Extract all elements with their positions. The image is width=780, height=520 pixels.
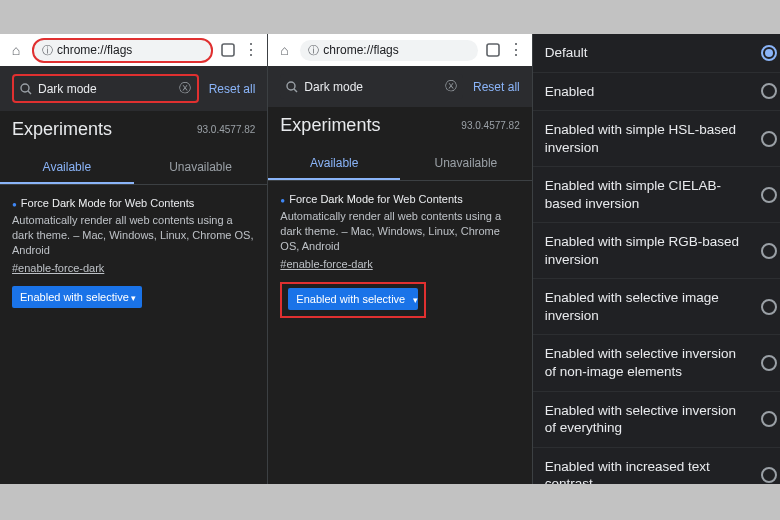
- search-input[interactable]: [38, 82, 173, 96]
- svg-line-2: [28, 91, 31, 94]
- search-icon: [286, 81, 298, 93]
- flag-tag[interactable]: #enable-force-dark: [12, 262, 255, 274]
- option-label: Default: [545, 44, 751, 62]
- option-item[interactable]: Enabled with simple HSL-based inversion: [533, 111, 780, 167]
- experiments-title: Experiments: [12, 119, 112, 140]
- flag-title: ●Force Dark Mode for Web Contents: [12, 197, 255, 209]
- option-label: Enabled with selective inversion of non-…: [545, 345, 751, 380]
- option-label: Enabled: [545, 83, 751, 101]
- tabs: Available Unavailable: [268, 148, 531, 181]
- panel-right: DefaultEnabledEnabled with simple HSL-ba…: [533, 34, 780, 484]
- flag-entry: ●Force Dark Mode for Web Contents Automa…: [268, 181, 531, 330]
- search-box[interactable]: ⓧ: [280, 74, 463, 99]
- address-bar: ⌂ ⓘ ⋮: [268, 34, 531, 66]
- option-item[interactable]: Enabled with simple RGB-based inversion: [533, 223, 780, 279]
- option-item[interactable]: Enabled with selective inversion of non-…: [533, 335, 780, 391]
- option-item[interactable]: Enabled with selective inversion of ever…: [533, 392, 780, 448]
- tabs-icon[interactable]: [486, 43, 500, 57]
- search-row: ⓧ Reset all: [0, 66, 267, 111]
- option-item[interactable]: Enabled with selective image inversion: [533, 279, 780, 335]
- tab-available[interactable]: Available: [0, 152, 134, 184]
- option-label: Enabled with selective inversion of ever…: [545, 402, 751, 437]
- svg-point-4: [287, 82, 295, 90]
- url-input[interactable]: [57, 43, 203, 57]
- experiments-heading: Experiments 93.0.4577.82: [268, 107, 531, 140]
- info-icon: ⓘ: [42, 43, 53, 58]
- flag-desc: Automatically render all web contents us…: [12, 213, 255, 258]
- option-item[interactable]: Default: [533, 34, 780, 73]
- tabs: Available Unavailable: [0, 152, 267, 185]
- svg-point-1: [21, 84, 29, 92]
- option-label: Enabled with increased text contrast: [545, 458, 751, 484]
- address-bar: ⌂ ⓘ 1 ⋮: [0, 34, 267, 66]
- chrome-version: 93.0.4577.82: [461, 120, 519, 131]
- radio-icon[interactable]: [761, 299, 777, 315]
- flag-desc: Automatically render all web contents us…: [280, 209, 519, 254]
- search-input[interactable]: [304, 80, 439, 94]
- home-icon[interactable]: ⌂: [8, 42, 24, 58]
- svg-rect-3: [487, 44, 499, 56]
- url-box[interactable]: ⓘ: [300, 40, 477, 61]
- tab-available[interactable]: Available: [268, 148, 400, 180]
- url-box[interactable]: ⓘ: [32, 38, 213, 63]
- svg-rect-0: [222, 44, 234, 56]
- radio-icon[interactable]: [761, 131, 777, 147]
- clear-icon[interactable]: ⓧ: [445, 78, 457, 95]
- info-icon: ⓘ: [308, 43, 319, 58]
- flag-select[interactable]: Enabled with selective: [12, 286, 142, 310]
- search-box[interactable]: ⓧ: [12, 74, 199, 103]
- search-icon: [20, 83, 32, 95]
- flag-title: ●Force Dark Mode for Web Contents: [280, 193, 519, 205]
- svg-line-5: [294, 89, 297, 92]
- option-label: Enabled with simple HSL-based inversion: [545, 121, 751, 156]
- url-input[interactable]: [323, 43, 469, 57]
- option-label: Enabled with selective image inversion: [545, 289, 751, 324]
- option-item[interactable]: Enabled with increased text contrast: [533, 448, 780, 484]
- radio-icon[interactable]: [761, 45, 777, 61]
- flag-entry: ●Force Dark Mode for Web Contents Automa…: [0, 185, 267, 322]
- experiments-title: Experiments: [280, 115, 380, 136]
- panel-left: ⌂ ⓘ 1 ⋮ ⓧ Reset all Experiments 93.0.457…: [0, 34, 268, 484]
- chrome-version: 93.0.4577.82: [197, 124, 255, 135]
- tabs-icon[interactable]: [221, 43, 235, 57]
- flag-select[interactable]: Enabled with selective: [280, 282, 426, 318]
- home-icon[interactable]: ⌂: [276, 42, 292, 58]
- more-icon[interactable]: ⋮: [508, 42, 524, 58]
- flag-select-value: Enabled with selective: [288, 288, 418, 310]
- clear-icon[interactable]: ⓧ: [179, 80, 191, 97]
- canvas: ⌂ ⓘ 1 ⋮ ⓧ Reset all Experiments 93.0.457…: [0, 34, 780, 484]
- flag-tag[interactable]: #enable-force-dark: [280, 258, 519, 270]
- option-label: Enabled with simple RGB-based inversion: [545, 233, 751, 268]
- reset-all-link[interactable]: Reset all: [473, 80, 520, 94]
- radio-icon[interactable]: [761, 187, 777, 203]
- flag-select-value: Enabled with selective: [12, 286, 142, 308]
- radio-icon[interactable]: [761, 83, 777, 99]
- reset-all-link[interactable]: Reset all: [209, 82, 256, 96]
- radio-icon[interactable]: [761, 411, 777, 427]
- option-item[interactable]: Enabled: [533, 73, 780, 112]
- radio-icon[interactable]: [761, 355, 777, 371]
- experiments-heading: Experiments 93.0.4577.82: [0, 111, 267, 144]
- radio-icon[interactable]: [761, 243, 777, 259]
- radio-icon[interactable]: [761, 467, 777, 483]
- options-list: DefaultEnabledEnabled with simple HSL-ba…: [533, 34, 780, 484]
- option-label: Enabled with simple CIELAB-based inversi…: [545, 177, 751, 212]
- panel-middle: ⌂ ⓘ ⋮ ⓧ Reset all Experiments 93.0.4577.…: [268, 34, 532, 484]
- more-icon[interactable]: ⋮: [243, 42, 259, 58]
- search-row: ⓧ Reset all: [268, 66, 531, 107]
- tab-unavailable[interactable]: Unavailable: [400, 148, 532, 180]
- option-item[interactable]: Enabled with simple CIELAB-based inversi…: [533, 167, 780, 223]
- tab-unavailable[interactable]: Unavailable: [134, 152, 268, 184]
